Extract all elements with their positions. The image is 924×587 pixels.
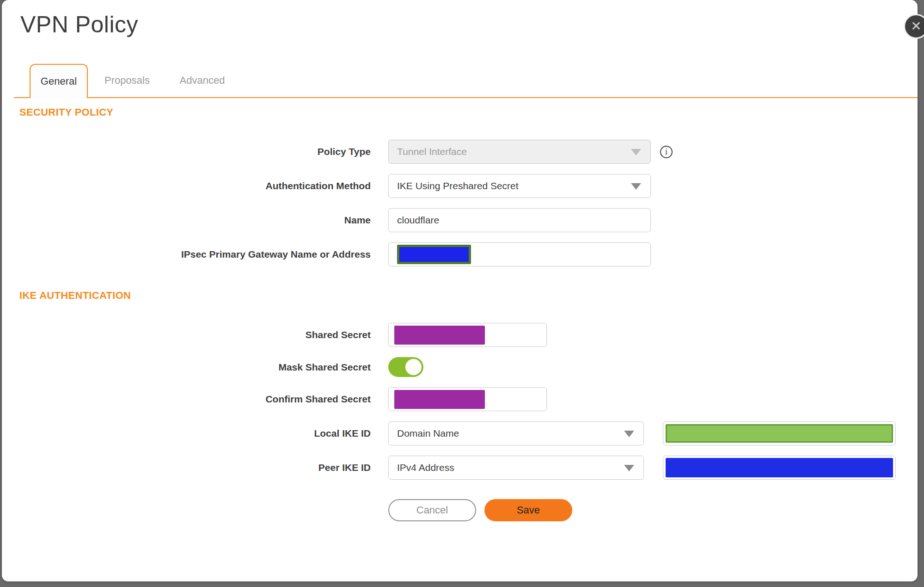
policy-type-select: Tunnel Interface xyxy=(388,140,651,164)
close-icon: ✕ xyxy=(911,20,921,33)
confirm-shared-secret-row: Confirm Shared Secret xyxy=(19,387,918,411)
auth-method-select[interactable]: IKE Using Preshared Secret xyxy=(388,174,651,198)
redacted-confirm-shared-secret-value xyxy=(394,390,485,409)
name-value: cloudflare xyxy=(397,215,439,226)
info-icon-glyph: i xyxy=(665,147,667,157)
peer-ike-id-row: Peer IKE ID IPv4 Address xyxy=(19,456,918,480)
screen: ✕ VPN Policy General Proposals Advanced … xyxy=(0,0,924,587)
peer-ike-id-label: Peer IKE ID xyxy=(19,462,371,473)
tab-bar: General Proposals Advanced xyxy=(14,64,918,98)
shared-secret-input[interactable] xyxy=(388,323,547,347)
name-label: Name xyxy=(19,215,371,226)
tab-advanced[interactable]: Advanced xyxy=(166,64,238,97)
confirm-shared-secret-input[interactable] xyxy=(388,387,547,411)
toggle-knob xyxy=(405,359,422,375)
peer-ike-id-type-value: IPv4 Address xyxy=(397,462,454,473)
gateway-row: IPsec Primary Gateway Name or Address xyxy=(19,242,918,266)
shared-secret-label: Shared Secret xyxy=(19,329,371,340)
section-security-policy: SECURITY POLICY xyxy=(19,106,918,118)
local-ike-id-type-value: Domain Name xyxy=(397,428,459,439)
redacted-peer-ike-id-value xyxy=(666,458,893,477)
chevron-down-icon xyxy=(631,149,641,155)
info-icon[interactable]: i xyxy=(660,146,673,158)
peer-ike-id-select[interactable]: IPv4 Address xyxy=(388,456,644,480)
tab-general[interactable]: General xyxy=(30,64,88,98)
chevron-down-icon xyxy=(624,465,634,471)
redacted-local-ike-id-value xyxy=(666,424,893,443)
vpn-policy-dialog: ✕ VPN Policy General Proposals Advanced … xyxy=(2,0,918,581)
action-buttons: Cancel Save xyxy=(388,499,918,521)
name-row: Name cloudflare xyxy=(19,208,918,232)
save-button[interactable]: Save xyxy=(484,499,572,521)
local-ike-id-input[interactable] xyxy=(663,421,896,445)
gateway-input[interactable] xyxy=(388,242,651,266)
redacted-shared-secret-value xyxy=(394,326,485,345)
local-ike-id-row: Local IKE ID Domain Name xyxy=(19,421,918,445)
mask-shared-secret-row: Mask Shared Secret xyxy=(19,357,918,377)
cancel-button[interactable]: Cancel xyxy=(388,499,476,521)
auth-method-value: IKE Using Preshared Secret xyxy=(397,180,519,192)
tab-content-general: SECURITY POLICY Policy Type Tunnel Inter… xyxy=(2,106,918,521)
policy-type-label: Policy Type xyxy=(19,146,371,157)
policy-type-row: Policy Type Tunnel Interface i xyxy=(19,140,918,164)
page-title: VPN Policy xyxy=(20,9,918,40)
chevron-down-icon xyxy=(631,183,641,190)
local-ike-id-label: Local IKE ID xyxy=(19,428,371,439)
peer-ike-id-input[interactable] xyxy=(663,456,896,480)
mask-shared-secret-label: Mask Shared Secret xyxy=(19,362,371,373)
confirm-shared-secret-label: Confirm Shared Secret xyxy=(19,394,371,405)
tab-proposals[interactable]: Proposals xyxy=(88,64,166,97)
section-ike-authentication: IKE AUTHENTICATION xyxy=(19,290,918,302)
shared-secret-row: Shared Secret xyxy=(19,323,918,347)
chevron-down-icon xyxy=(624,431,634,437)
auth-method-row: Authentication Method IKE Using Preshare… xyxy=(19,174,918,198)
gateway-label: IPsec Primary Gateway Name or Address xyxy=(19,249,371,260)
mask-shared-secret-toggle[interactable] xyxy=(388,357,423,377)
policy-type-value: Tunnel Interface xyxy=(397,146,467,157)
name-input[interactable]: cloudflare xyxy=(388,208,651,232)
local-ike-id-select[interactable]: Domain Name xyxy=(388,421,644,445)
redacted-gateway-value xyxy=(397,245,471,264)
auth-method-label: Authentication Method xyxy=(19,180,371,192)
